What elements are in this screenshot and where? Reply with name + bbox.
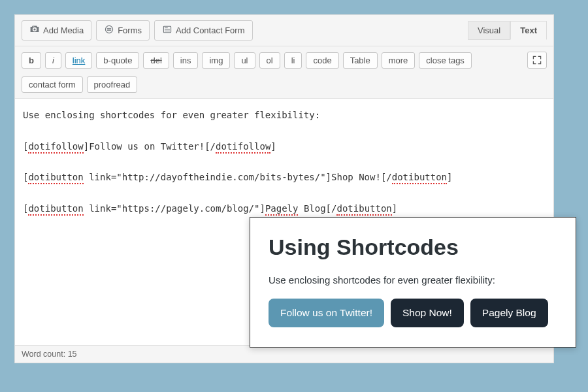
add-media-button[interactable]: Add Media [22,20,91,41]
forms-button[interactable]: Forms [96,20,150,41]
shortcode-tag: dotibutton [28,203,83,216]
qt-ul-button[interactable]: ul [234,52,255,69]
forms-icon [104,24,114,37]
qt-ins-button[interactable]: ins [173,52,199,69]
shortcode-word: Pagely [265,203,299,216]
preview-buttons: Follow us on Twitter! Shop Now! Pagely B… [269,299,557,327]
top-toolbar: Add Media Forms Add Contact Form Visual … [15,15,553,46]
qt-bquote-button[interactable]: b-quote [96,52,139,69]
preview-text: Use enclosing shortcodes for even greate… [269,274,557,286]
preview-title: Using Shortcodes [269,235,557,260]
qt-table-button[interactable]: Table [343,52,378,69]
shortcode-tag: dotibutton [336,203,391,216]
tab-text[interactable]: Text [510,21,547,40]
view-tabs: Visual Text [468,21,547,40]
qt-img-button[interactable]: img [202,52,230,69]
qt-more-button[interactable]: more [382,52,416,69]
forms-label: Forms [118,25,142,35]
word-count: Word count: 15 [22,350,77,359]
shortcode-tag: dotifollow [28,141,83,154]
qt-closetags-button[interactable]: close tags [419,52,472,69]
follow-twitter-button[interactable]: Follow us on Twitter! [269,299,384,327]
qt-code-button[interactable]: code [306,52,338,69]
shortcode-tag: dotibutton [392,172,447,184]
qt-del-button[interactable]: del [143,52,169,69]
tab-visual[interactable]: Visual [468,21,510,40]
fullscreen-icon [532,55,542,65]
shortcode-tag: dotifollow [216,141,270,154]
contact-form-icon [162,24,172,37]
qt-bold-button[interactable]: b [22,52,41,69]
add-media-label: Add Media [43,25,84,35]
status-bar: Word count: 15 [15,345,553,363]
shortcode-tag: dotibutton [28,172,83,184]
qt-italic-button[interactable]: i [45,52,61,69]
pagely-blog-button[interactable]: Pagely Blog [470,299,548,327]
qt-ol-button[interactable]: ol [259,52,280,69]
preview-card: Using Shortcodes Use enclosing shortcode… [250,217,576,348]
add-contact-form-label: Add Contact Form [176,25,245,35]
qt-proofread-button[interactable]: proofread [87,76,138,93]
qt-link-button[interactable]: link [65,52,93,69]
camera-icon [29,24,40,37]
editor-line-1: Use enclosing shortcodes for even greate… [23,110,320,120]
qt-li-button[interactable]: li [284,52,302,69]
qt-contactform-button[interactable]: contact form [22,76,83,93]
fullscreen-button[interactable] [527,52,547,69]
shop-now-button[interactable]: Shop Now! [391,299,464,327]
quicktags-toolbar: b i link b-quote del ins img ul ol li co… [15,46,553,99]
add-contact-form-button[interactable]: Add Contact Form [154,20,253,41]
